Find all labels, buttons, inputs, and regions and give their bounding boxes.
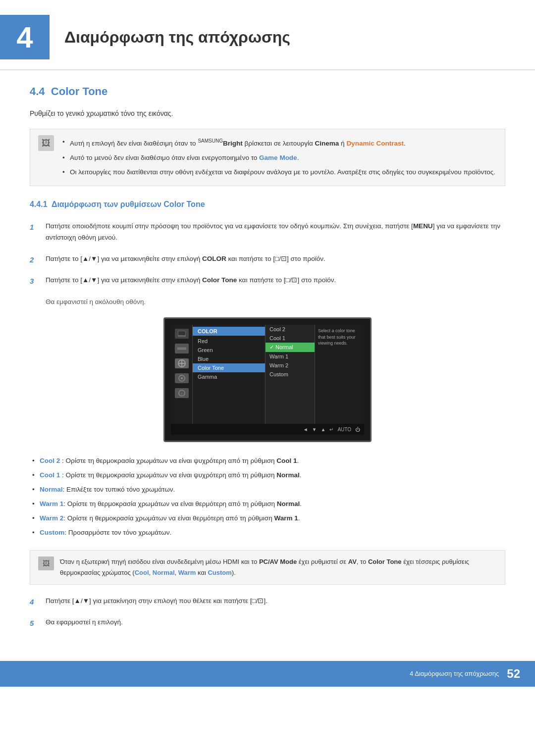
menu-header: COLOR <box>193 327 265 336</box>
note-bullet-1: Αυτή η επιλογή δεν είναι διαθέσιμη όταν … <box>60 135 495 151</box>
monitor-submenu: Cool 2 Cool 1 ✓ Normal Warm 1 Warm 2 Cus… <box>265 325 315 424</box>
subsection-heading: 4.4.1 Διαμόρφωση των ρυθμίσεων Color Ton… <box>30 200 505 209</box>
submenu-warm2: Warm 2 <box>266 361 315 370</box>
step-2: 2 Πατήστε το [▲/▼] για να μετακινηθείτε … <box>30 251 505 268</box>
sidebar-icon-2 <box>175 344 189 353</box>
nav-down: ▼ <box>312 427 317 432</box>
monitor-help-text: Select a color tone that best suits your… <box>318 328 361 347</box>
menu-item-gamma: Gamma <box>193 372 265 381</box>
nav-left: ◄ <box>303 427 308 432</box>
svg-rect-2 <box>177 348 186 349</box>
step-3: 3 Πατήστε το [▲/▼] για να μετακινηθείτε … <box>30 272 505 289</box>
note-bullet-2: Αυτό το μενού δεν είναι διαθέσιμο όταν ε… <box>60 151 495 165</box>
note-content-2: Όταν η εξωτερική πηγή εισόδου είναι συνδ… <box>60 556 497 578</box>
menu-item-red: Red <box>193 337 265 346</box>
nav-auto: AUTO <box>337 427 351 432</box>
svg-rect-3 <box>177 349 186 350</box>
monitor-bottom-bar: ◄ ▼ ▲ ↵ AUTO ⏻ <box>171 424 364 435</box>
note-icon-1: 🖼 <box>38 135 54 151</box>
submenu-cool1: Cool 1 <box>266 334 315 343</box>
nav-up: ▲ <box>321 427 325 432</box>
sidebar-icon-5: i <box>175 388 189 398</box>
intro-text: Ρυθμίζει το γενικό χρωματικό τόνο της ει… <box>30 108 505 119</box>
steps-list-2: 4 Πατήστε [▲/▼] για μετακίνηση στην επιλ… <box>30 593 505 631</box>
submenu-normal: ✓ Normal <box>266 343 315 352</box>
step-5: 5 Θα εφαρμοστεί η επιλογή. <box>30 614 505 631</box>
submenu-warm1: Warm 1 <box>266 352 315 361</box>
step-1: 1 Πατήστε οποιοδήποτε κουμπί στην πρόσοψ… <box>30 218 505 247</box>
svg-point-8 <box>181 377 183 379</box>
note-content-1: Αυτή η επιλογή δεν είναι διαθέσιμη όταν … <box>60 135 495 179</box>
svg-text:i: i <box>181 392 182 396</box>
menu-item-colortone: Color Tone <box>193 363 265 372</box>
menu-item-blue: Blue <box>193 354 265 363</box>
submenu-cool2: Cool 2 <box>266 325 315 334</box>
option-cool1: Cool 1 : Ορίστε τη θερμοκρασία χρωμάτων … <box>30 468 505 483</box>
sidebar-icon-3 <box>175 358 189 368</box>
note-box-1: 🖼 Αυτή η επιλογή δεν είναι διαθέσιμη ότα… <box>30 129 505 186</box>
sidebar-icon-4 <box>175 373 189 383</box>
chapter-title: Διαμόρφωση της απόχρωσης <box>64 28 290 47</box>
page-footer: 4 Διαμόρφωση της απόχρωσης 52 <box>0 661 535 687</box>
footer-chapter-text: 4 Διαμόρφωση της απόχρωσης <box>410 670 499 677</box>
steps-list: 1 Πατήστε οποιοδήποτε κουμπί στην πρόσοψ… <box>30 218 505 289</box>
note-bullet-3: Οι λειτουργίες που διατίθενται στην οθόν… <box>60 165 495 180</box>
svg-rect-1 <box>178 331 185 335</box>
chapter-header: 4 Διαμόρφωση της απόχρωσης <box>0 0 535 70</box>
option-custom: Custom: Προσαρμόστε τον τόνο χρωμάτων. <box>30 526 505 540</box>
monitor-sidebar: i <box>171 325 193 424</box>
option-warm2: Warm 2: Ορίστε η θερμοκρασία χρωμάτων να… <box>30 511 505 526</box>
chapter-number: 4 <box>0 15 50 59</box>
options-list: Cool 2 : Ορίστε τη θερμοκρασία χρωμάτων … <box>30 454 505 540</box>
monitor-menu: COLOR Red Green Blue Color Tone Gamma <box>193 325 265 424</box>
step-4: 4 Πατήστε [▲/▼] για μετακίνηση στην επιλ… <box>30 593 505 610</box>
menu-item-green: Green <box>193 346 265 354</box>
monitor-screen: i COLOR Red Green Blue Color Tone Gamma … <box>171 325 364 424</box>
note-box-2: 🖼 Όταν η εξωτερική πηγή εισόδου είναι συ… <box>30 550 505 585</box>
note-icon-2: 🖼 <box>38 556 54 570</box>
page-content: 4.4 Color Tone Ρυθμίζει το γενικό χρωματ… <box>0 85 535 631</box>
monitor-mockup: i COLOR Red Green Blue Color Tone Gamma … <box>163 317 372 442</box>
nav-enter: ↵ <box>329 427 333 432</box>
monitor-help: Select a color tone that best suits your… <box>315 325 364 424</box>
option-cool2: Cool 2 : Ορίστε τη θερμοκρασία χρωμάτων … <box>30 454 505 468</box>
option-normal: Normal: Επιλέξτε τον τυπικό τόνο χρωμάτω… <box>30 483 505 497</box>
section-heading: 4.4 Color Tone <box>30 85 505 98</box>
monitor-container: i COLOR Red Green Blue Color Tone Gamma … <box>30 317 505 442</box>
option-warm1: Warm 1: Ορίστε τη θερμοκρασία χρωμάτων ν… <box>30 497 505 511</box>
screen-note: Θα εμφανιστεί η ακόλουθη οθόνη. <box>46 297 505 307</box>
footer-page-number: 52 <box>507 667 520 681</box>
sidebar-icon-1 <box>175 329 189 339</box>
submenu-custom: Custom <box>266 370 315 379</box>
nav-power: ⏻ <box>355 427 360 432</box>
